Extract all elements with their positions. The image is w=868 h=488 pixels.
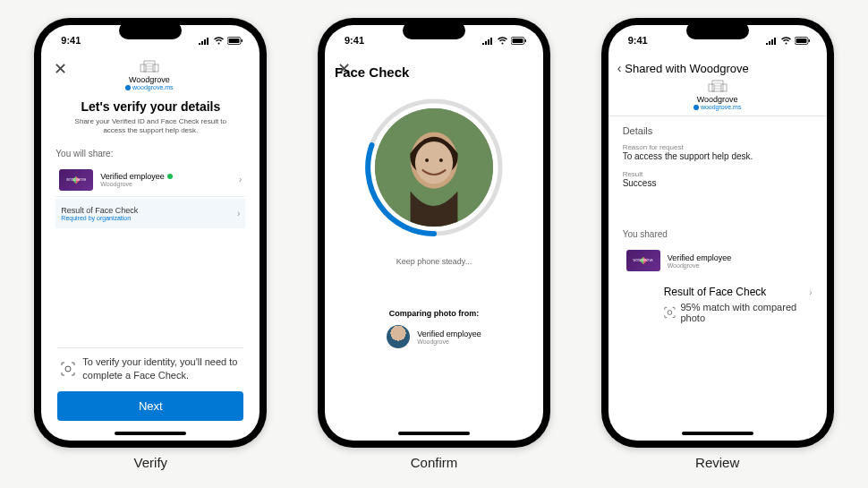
home-indicator[interactable] (398, 432, 470, 435)
kv-label: Reason for request (623, 143, 813, 151)
verified-dot-icon (167, 174, 173, 179)
next-button[interactable]: Next (57, 391, 243, 421)
face-capture-ring (362, 96, 506, 239)
signal-icon (766, 37, 778, 45)
kv-label: Result (623, 170, 813, 178)
page-subtitle: Share your Verified ID and Face Check re… (55, 117, 245, 136)
share-item-sub: Woodgrove (100, 181, 232, 187)
svg-rect-24 (808, 39, 810, 42)
notch (686, 21, 749, 39)
svg-point-19 (415, 141, 453, 184)
status-time: 9:41 (61, 35, 81, 46)
signal-icon (482, 37, 494, 45)
svg-rect-1 (229, 39, 240, 43)
svg-rect-2 (242, 39, 243, 42)
brand-url: woodgrove.ms (694, 104, 742, 110)
svg-rect-5 (153, 64, 158, 72)
share-item-facecheck[interactable]: Result of Face Check Required by organiz… (55, 199, 245, 228)
details-heading: Details (623, 125, 813, 136)
share-label: You will share: (55, 149, 245, 158)
phone-review: 9:41 ‹ Shared with Woodgrove Woodgrove w… (601, 18, 834, 448)
caption-confirm: Confirm (411, 455, 458, 470)
svg-rect-23 (796, 39, 806, 43)
status-icons (199, 37, 243, 45)
svg-point-20 (425, 158, 429, 162)
status-icons (482, 37, 527, 45)
kv-reason: Reason for request To access the support… (623, 143, 813, 161)
compare-label: Comparing photo from: (325, 309, 543, 318)
page-title: Let's verify your details (55, 99, 245, 114)
kv-value: Success (623, 178, 813, 188)
brand-url: woodgrove.ms (125, 84, 174, 90)
verify-note-text: To verify your identity, you'll need to … (82, 355, 240, 382)
battery-icon (227, 37, 243, 45)
wifi-icon (497, 37, 508, 45)
kv-result: Result Success (623, 170, 813, 188)
back-title: Shared with Woodgrove (625, 62, 749, 75)
svg-point-21 (439, 158, 443, 162)
svg-rect-15 (524, 39, 526, 42)
face-photo (375, 108, 493, 227)
shared-item-sub: Woodgrove (668, 262, 809, 269)
credential-card-icon: WOODGROVE (626, 250, 660, 271)
match-row: 95% match with compared photo (623, 302, 813, 323)
brand-name: Woodgrove (129, 75, 170, 84)
chevron-right-icon: › (237, 209, 240, 218)
match-text: 95% match with compared photo (681, 302, 813, 323)
brand-name: Woodgrove (697, 95, 738, 104)
status-time: 9:41 (628, 35, 648, 46)
notch (119, 21, 182, 39)
caption-verify: Verify (134, 455, 168, 470)
wifi-icon (780, 37, 792, 45)
phone-verify: 9:41 ✕ Woodgrove woodgrove.ms Let's veri… (34, 18, 267, 448)
org-logo-icon (139, 59, 160, 73)
verified-badge-icon (125, 85, 131, 90)
page-title: Face Check (335, 64, 409, 80)
phone-confirm: 9:41 ✕ Face Check (318, 18, 550, 448)
compare-title: Verified employee (417, 330, 481, 338)
svg-rect-14 (512, 39, 523, 43)
battery-icon (795, 37, 811, 45)
svg-rect-27 (721, 84, 727, 91)
compare-sub: Woodgrove (417, 338, 481, 345)
svg-point-34 (668, 311, 672, 315)
notch (403, 21, 465, 39)
shared-credential[interactable]: WOODGROVE Verified employee Woodgrove (623, 244, 813, 277)
home-indicator[interactable] (115, 432, 186, 435)
share-item-sub: Required by organization (61, 215, 230, 221)
battery-icon (511, 37, 527, 45)
status-time: 9:41 (345, 35, 364, 46)
back-button[interactable]: ‹ Shared with Woodgrove (608, 56, 827, 79)
chevron-left-icon: ‹ (617, 61, 622, 75)
compare-source: Verified employee Woodgrove (325, 325, 543, 348)
svg-rect-4 (140, 64, 146, 72)
wifi-icon (213, 37, 225, 45)
shared-heading: You shared (623, 229, 813, 239)
svg-rect-26 (709, 84, 714, 91)
share-item-title: Result of Face Check (61, 206, 230, 215)
facecheck-result-title: Result of Face Check (664, 286, 767, 298)
kv-value: To access the support help desk. (623, 151, 813, 161)
shared-item-title: Verified employee (668, 253, 732, 262)
share-item-title: Verified employee (100, 172, 165, 181)
credential-card-icon: WOODGROVE (59, 169, 93, 191)
share-item-credential[interactable]: WOODGROVE Verified employee Woodgrove › (55, 164, 245, 197)
caption-review: Review (695, 455, 739, 470)
facecheck-result-row[interactable]: Result of Face Check › (623, 286, 813, 298)
org-logo-icon (707, 79, 728, 93)
verified-badge-icon (694, 105, 699, 110)
signal-icon (199, 37, 210, 45)
avatar-icon (387, 325, 410, 348)
chevron-right-icon: › (809, 287, 812, 297)
steady-text: Keep phone steady... (325, 257, 543, 266)
face-scan-icon (61, 362, 75, 376)
face-scan-icon (664, 306, 676, 319)
status-icons (766, 37, 811, 45)
svg-point-12 (65, 366, 71, 372)
chevron-right-icon: › (239, 175, 242, 184)
home-indicator[interactable] (682, 432, 753, 435)
